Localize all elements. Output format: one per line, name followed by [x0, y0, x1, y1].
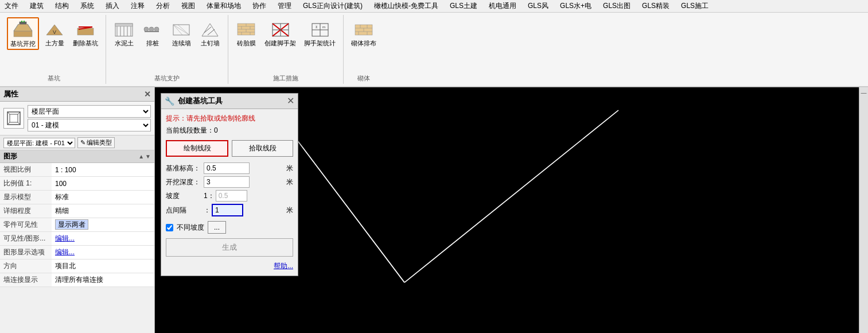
dig-depth-input[interactable]: [204, 176, 250, 188]
properties-close-btn[interactable]: ✕: [144, 90, 151, 99]
collapse-up-icon[interactable]: ▲: [138, 153, 144, 160]
svg-marker-27: [202, 24, 218, 36]
btn-shuinitu[interactable]: 水泥土: [111, 17, 137, 49]
menu-gls-civil[interactable]: GLS土建: [447, 1, 480, 11]
prop-value-2: 标准: [52, 191, 154, 204]
help-link[interactable]: 帮助...: [274, 262, 293, 270]
menu-gls-wind[interactable]: GLS风: [526, 1, 551, 11]
btn-jikukaige[interactable]: 基坑开挖: [7, 17, 39, 50]
menu-gls-drawing[interactable]: GLS出图: [601, 1, 633, 11]
element-instance-selector[interactable]: 01 - 建模: [28, 119, 151, 131]
base-elevation-input[interactable]: [204, 162, 250, 174]
section-header-figure: 图形 ▲ ▼: [0, 150, 154, 163]
extra-settings-button[interactable]: ...: [208, 221, 226, 234]
ribbon-group-label-jikeng: 基坑: [48, 74, 60, 84]
svg-line-24: [173, 25, 189, 35]
point-spacing-input[interactable]: [212, 204, 243, 216]
pick-segment-button[interactable]: 拾取线段: [232, 140, 293, 157]
menu-manage[interactable]: 管理: [275, 1, 294, 11]
dig-depth-label: 开挖深度：: [166, 177, 200, 187]
menu-collaborate[interactable]: 协作: [250, 1, 268, 11]
diff-slope-label: 不同坡度: [177, 223, 204, 233]
btn-chuangjianjiaoeshou-label: 创建脚手架: [264, 40, 296, 47]
collapse-down-icon[interactable]: ▼: [145, 153, 151, 160]
btn-tunding[interactable]: 土钉墙: [197, 17, 223, 49]
btn-qitipaibu[interactable]: 砌体排布: [348, 17, 379, 49]
prop-row-1: 比例值 1:100: [0, 177, 154, 191]
svg-point-20: [149, 27, 154, 32]
prop-value-8: 清理所有墙连接: [52, 273, 154, 287]
btn-zhuantiamo-label: 砖胎膜: [237, 40, 256, 47]
svg-rect-4: [20, 22, 26, 24]
prop-row-5: 可见性/图形...编辑...: [0, 232, 154, 246]
base-elev-unit: 米: [286, 164, 293, 173]
base-elev-label: 基准标高：: [166, 164, 200, 173]
btn-shanchujikeng[interactable]: 删除基坑: [70, 17, 101, 49]
floor-level-selector[interactable]: 楼层平面: 建模 - F01: [3, 138, 75, 148]
prop-value-0: 1 : 100: [52, 163, 154, 177]
ribbon-group-items-zhihu: 水泥土 排桩: [111, 15, 223, 74]
dialog-icon: 🔧: [165, 96, 174, 106]
menubar: 文件 建筑 结构 系统 插入 注释 分析 视图 体量和场地 协作 管理 GLS正…: [0, 0, 868, 13]
point-spacing-label: 点间隔: [166, 206, 200, 215]
svg-rect-59: [10, 114, 18, 122]
dialog-hint-text: 提示：请先拾取或绘制轮廓线: [166, 114, 293, 123]
svg-text:m: m: [322, 25, 325, 29]
generate-button[interactable]: 生成: [166, 238, 293, 257]
btn-qitipaibu-label: 砌体排布: [351, 40, 376, 47]
dialog-titlebar: 🔧 创建基坑工具 ✕: [161, 94, 298, 109]
slope-input[interactable]: [216, 190, 247, 202]
dialog-close-button[interactable]: ✕: [287, 96, 294, 106]
floor-plan-icon: [3, 108, 24, 129]
btn-jiaoshoutongyji-label: 脚手架统计: [304, 40, 336, 47]
btn-paizhuang[interactable]: 排桩: [139, 17, 166, 49]
prop-value-5[interactable]: 编辑...: [52, 232, 154, 246]
prop-label-4: 零件可见性: [0, 218, 52, 232]
viewport[interactable]: — 🔧 创建基坑工具 ✕ 提示：请先拾取或绘制轮廓线 当前线段数量：0 绘制线段…: [155, 87, 868, 333]
btn-tufangliang[interactable]: V 土方量: [41, 17, 68, 49]
menu-system[interactable]: 系统: [78, 1, 96, 11]
dialog-action-buttons: 绘制线段 拾取线段: [166, 140, 293, 157]
btn-jiaoshoutongyji[interactable]: Σ m 脚手架统计: [301, 17, 338, 49]
svg-line-25: [178, 25, 189, 35]
right-bar-icon[interactable]: —: [861, 88, 867, 97]
btn-shanchujikeng-label: 删除基坑: [73, 40, 98, 47]
shuinitu-icon: [114, 19, 134, 40]
menu-olive-free[interactable]: 橄榄山快模-免费工具: [372, 1, 441, 11]
menu-file[interactable]: 文件: [2, 1, 21, 11]
btn-zhuantiamo[interactable]: 砖胎膜: [233, 17, 259, 49]
btn-lianzhumqiang[interactable]: 连续墙: [168, 17, 194, 49]
btn-tufangliang-label: 土方量: [45, 40, 64, 47]
tufangliang-icon: V: [44, 19, 65, 40]
prop-value-7: 项目北: [52, 260, 154, 273]
properties-toolbar: 楼层平面: 建模 - F01 ✎ 编辑类型: [0, 135, 154, 150]
ribbon-group-shigong: 砖胎膜 创建脚手架: [228, 15, 344, 84]
menu-structure[interactable]: 结构: [53, 1, 71, 11]
diff-slope-checkbox[interactable]: [166, 224, 173, 231]
menu-gls-arch[interactable]: GLS正向设计(建筑): [301, 1, 365, 11]
paizhuang-icon: [142, 19, 163, 40]
menu-mep[interactable]: 机电通用: [486, 1, 519, 11]
menu-insert[interactable]: 插入: [103, 1, 122, 11]
menu-analysis[interactable]: 分析: [154, 1, 172, 11]
menu-gls-water[interactable]: GLS水+电: [558, 1, 594, 11]
point-spacing-colon: ：: [204, 206, 211, 215]
btn-chuangjianjiaoeshou[interactable]: 创建脚手架: [262, 17, 299, 49]
prop-label-2: 显示模型: [0, 191, 52, 204]
menu-view[interactable]: 视图: [179, 1, 197, 11]
properties-table: 视图比例1 : 100比例值 1:100显示模型标准详细程度精细零件可见性显示两…: [0, 163, 154, 287]
edit-type-button[interactable]: ✎ 编辑类型: [77, 137, 115, 148]
slope-colon: 1：: [204, 191, 215, 201]
menu-gls-construction[interactable]: GLS施工: [679, 1, 711, 11]
prop-row-6: 图形显示选项编辑...: [0, 246, 154, 260]
draw-segment-button[interactable]: 绘制线段: [166, 140, 228, 157]
dialog-body: 提示：请先拾取或绘制轮廓线 当前线段数量：0 绘制线段 拾取线段 基准标高： 米…: [161, 109, 298, 276]
menu-annotation[interactable]: 注释: [129, 1, 147, 11]
menu-massing[interactable]: 体量和场地: [204, 1, 243, 11]
menu-architecture[interactable]: 建筑: [28, 1, 46, 11]
prop-value-6[interactable]: 编辑...: [52, 246, 154, 260]
element-type-selector[interactable]: 楼层平面: [28, 105, 151, 118]
prop-label-5: 可见性/图形...: [0, 232, 52, 246]
btn-lianzhumqiang-label: 连续墙: [172, 40, 191, 47]
menu-gls-decor[interactable]: GLS精装: [640, 1, 672, 11]
